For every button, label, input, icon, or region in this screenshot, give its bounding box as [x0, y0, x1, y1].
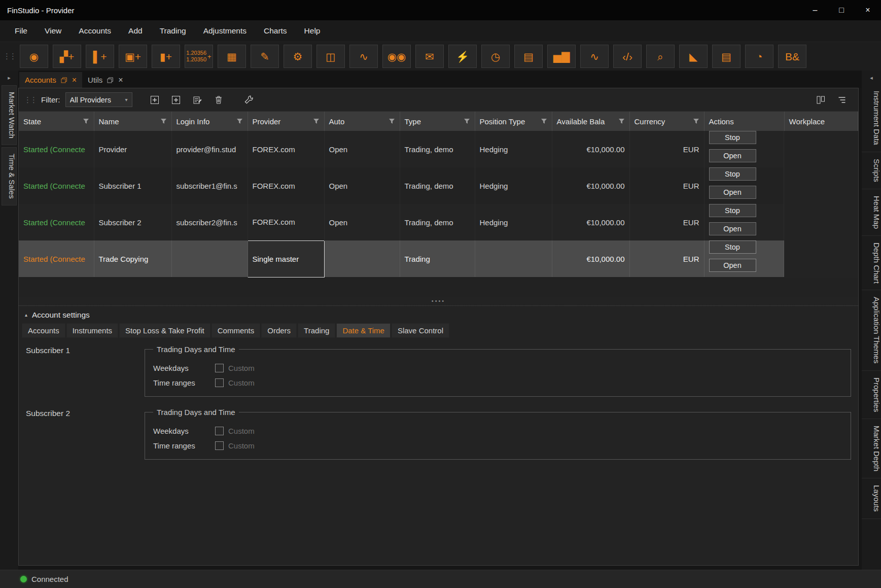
stop-button[interactable]: Stop	[709, 240, 756, 254]
dock-item-heat-map[interactable]: Heat Map	[862, 189, 881, 236]
dock-item-market-depth[interactable]: Market Depth	[862, 419, 881, 478]
edit-note-button[interactable]	[189, 92, 205, 108]
time-ranges-custom-checkbox[interactable]	[215, 441, 224, 450]
grid-icon[interactable]: ▦	[218, 45, 246, 68]
search-data-icon[interactable]: ⌕	[646, 45, 675, 68]
timer-info-icon[interactable]: ◔	[745, 45, 773, 68]
menu-charts[interactable]: Charts	[255, 20, 296, 42]
add-item-button[interactable]	[168, 92, 184, 108]
settings-tab-instruments[interactable]: Instruments	[66, 323, 118, 338]
provider-filter-dropdown[interactable]: All Providers ▾	[65, 92, 132, 107]
close-icon[interactable]: ×	[118, 76, 123, 84]
users-network-icon[interactable]: ◉◉	[382, 45, 411, 68]
stop-button[interactable]: Stop	[709, 167, 756, 181]
chart-add-icon[interactable]: ▞+	[53, 45, 81, 68]
dock-item-scripts[interactable]: Scripts	[862, 152, 881, 189]
settings-gear-icon[interactable]: ⚙	[284, 45, 312, 68]
toolbar-grip-icon[interactable]: ⋮⋮	[3, 52, 15, 61]
window-add-icon[interactable]: ▣+	[119, 45, 147, 68]
maximize-button[interactable]: □	[828, 0, 855, 20]
col-auto[interactable]: Auto	[324, 112, 400, 131]
filter-funnel-icon[interactable]	[464, 118, 470, 124]
notes-icon[interactable]: ✎	[251, 45, 279, 68]
col-workplace[interactable]: Workplace	[784, 112, 858, 131]
dock-tab-time-and-sales[interactable]: Time & Sales	[2, 147, 17, 205]
table-row-subscriber-2[interactable]: Started (Connecte Subscriber 2 subscribe…	[19, 204, 858, 240]
columns-add-icon[interactable]: ▮+	[152, 45, 180, 68]
dock-tab-market-watch[interactable]: Market Watch	[2, 85, 17, 145]
time-ranges-custom-checkbox[interactable]	[215, 378, 224, 387]
col-actions[interactable]: Actions	[704, 112, 784, 131]
scheduler-icon[interactable]: ◷	[481, 45, 510, 68]
tab-utils[interactable]: Utils ×	[82, 72, 129, 88]
settings-tab-date-time[interactable]: Date & Time	[336, 323, 391, 338]
invoice-icon[interactable]: ▤	[514, 45, 543, 68]
float-window-icon[interactable]	[107, 77, 114, 83]
quote-board-add-icon[interactable]: 1.20356 1.20350 +	[185, 45, 213, 68]
filter-funnel-icon[interactable]	[389, 118, 395, 124]
table-row-provider[interactable]: Started (Connecte Provider provider@fin.…	[19, 131, 858, 167]
filter-funnel-icon[interactable]	[313, 118, 320, 124]
col-name[interactable]: Name	[94, 112, 171, 131]
col-available-balance[interactable]: Available Bala	[552, 112, 629, 131]
col-state[interactable]: State	[19, 112, 94, 131]
dock-item-layouts[interactable]: Layouts	[862, 478, 881, 519]
filterbar-grip-icon[interactable]: ⋮⋮	[24, 95, 36, 105]
alerts-icon[interactable]: ✉	[415, 45, 444, 68]
settings-tab-trading[interactable]: Trading	[298, 323, 335, 338]
dock-item-instrument-data[interactable]: Instrument Data	[862, 84, 881, 152]
report-settings-icon[interactable]: ▤	[712, 45, 741, 68]
volume-chart-icon[interactable]: ▅▇	[547, 45, 576, 68]
dock-item-properties[interactable]: Properties	[862, 371, 881, 419]
settings-tab-comments[interactable]: Comments	[212, 323, 261, 338]
open-workplace-button[interactable]: Open	[709, 149, 756, 162]
partial-toolbar-icon[interactable]: B&	[778, 45, 806, 68]
menu-view[interactable]: View	[36, 20, 70, 42]
filter-funnel-icon[interactable]	[693, 118, 699, 124]
col-currency[interactable]: Currency	[629, 112, 704, 131]
column-chooser-button[interactable]	[813, 92, 829, 108]
org-chart-icon[interactable]: ◫	[316, 45, 345, 68]
close-icon[interactable]: ×	[72, 76, 77, 84]
filter-funnel-icon[interactable]	[236, 118, 243, 124]
delete-trash-button[interactable]	[210, 92, 227, 108]
weekdays-custom-checkbox[interactable]	[215, 364, 224, 372]
stop-button[interactable]: Stop	[709, 131, 756, 144]
weekdays-custom-checkbox[interactable]	[215, 427, 224, 435]
code-icon[interactable]: ‹/›	[613, 45, 642, 68]
filter-funnel-icon[interactable]	[160, 118, 167, 124]
settings-tab-accounts[interactable]: Accounts	[22, 323, 65, 338]
col-login-info[interactable]: Login Info	[171, 112, 248, 131]
float-window-icon[interactable]	[61, 77, 67, 83]
area-chart-icon[interactable]: ◣	[679, 45, 708, 68]
left-expander-icon[interactable]: ▸	[8, 71, 11, 84]
processor-icon[interactable]: ⚡	[448, 45, 477, 68]
col-provider[interactable]: Provider	[248, 112, 324, 131]
minimize-button[interactable]: –	[802, 0, 828, 20]
table-row-subscriber-1[interactable]: Started (Connecte Subscriber 1 subscribe…	[19, 167, 858, 204]
dock-item-application-themes[interactable]: Application Themes	[862, 290, 881, 370]
menu-trading[interactable]: Trading	[151, 20, 195, 42]
settings-tab-stop-loss-take-profit[interactable]: Stop Loss & Take Profit	[119, 323, 210, 338]
group-panel-button[interactable]	[834, 92, 850, 108]
open-workplace-button[interactable]: Open	[709, 222, 756, 235]
menu-help[interactable]: Help	[296, 20, 329, 42]
stop-button[interactable]: Stop	[709, 204, 756, 217]
open-workplace-button[interactable]: Open	[709, 259, 756, 272]
col-type[interactable]: Type	[400, 112, 475, 131]
menu-adjustments[interactable]: Adjustments	[195, 20, 255, 42]
account-settings-header[interactable]: ▴ Account settings	[19, 306, 858, 323]
close-button[interactable]: ×	[855, 0, 881, 20]
menu-add[interactable]: Add	[120, 20, 151, 42]
tools-wrench-button[interactable]	[241, 92, 257, 108]
table-row-trade-copying[interactable]: Started (Connecte Trade Copying Single m…	[19, 240, 858, 277]
line-chart-icon[interactable]: ∿	[349, 45, 378, 68]
dock-item-depth-chart[interactable]: Depth Chart	[862, 236, 881, 291]
user-account-icon[interactable]: ◉	[20, 45, 48, 68]
menu-file[interactable]: File	[6, 20, 36, 42]
settings-tab-slave-control[interactable]: Slave Control	[392, 323, 449, 338]
tab-accounts[interactable]: Accounts ×	[19, 72, 82, 88]
filter-funnel-icon[interactable]	[618, 118, 625, 124]
trend-chart-icon[interactable]: ∿	[580, 45, 609, 68]
right-collapse-icon[interactable]: ◂	[870, 71, 873, 84]
